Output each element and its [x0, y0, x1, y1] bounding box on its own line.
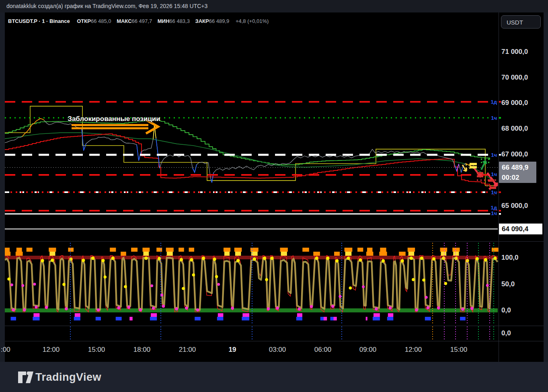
osc-top-dot	[51, 259, 54, 262]
pane-separator[interactable]	[5, 326, 544, 326]
time-tick-label: 03:00	[269, 346, 286, 354]
osc-mid-dot	[33, 283, 36, 285]
strip-block	[242, 313, 249, 317]
ohlc-low: МИН66 483,3	[158, 18, 194, 24]
heatmap-block	[334, 252, 340, 256]
strip-block	[296, 317, 302, 320]
heatmap-block	[235, 252, 241, 256]
heatmap-block	[250, 248, 259, 252]
heatmap-block	[440, 248, 447, 252]
price-tick-label: 67 000,0	[501, 150, 528, 158]
pane-separator	[5, 341, 544, 341]
osc-top-dot	[202, 257, 205, 260]
osc-top-dot	[101, 259, 105, 262]
heatmap-block	[357, 248, 363, 252]
osc-mid-dot	[10, 283, 13, 286]
strip-block	[11, 317, 16, 320]
price-tick-label: 70 000,0	[501, 74, 528, 82]
tradingview-logo-text[interactable]: TradingView	[35, 371, 101, 383]
osc-bottom-dot	[35, 306, 38, 309]
heatmap-block	[166, 248, 174, 252]
strip-block	[374, 313, 380, 317]
heatmap-block	[453, 252, 459, 256]
strip-block	[373, 317, 380, 320]
chart-legend[interactable]: BTCUSDT.P · 1 · Binance ОТКР66 485,0 МАК…	[8, 18, 269, 24]
time-tick-label: 09:00	[359, 346, 377, 354]
osc-top-dot	[111, 257, 115, 260]
osc-bottom-dot	[470, 307, 474, 310]
time-tick-label: 18:00	[133, 346, 151, 354]
osc-top-dot	[466, 259, 469, 262]
time-tick-label: 15:00	[450, 346, 468, 354]
tradingview-logo-icon[interactable]	[18, 371, 34, 384]
osc-bottom-dot	[139, 308, 142, 312]
osc-bottom-dot	[23, 308, 26, 312]
price-change: +4,8 (+0,01%)	[236, 18, 269, 24]
price-tick-label: 68 000,0	[501, 125, 528, 133]
locked-positions-annotation[interactable]: Заблокированные позиции	[67, 115, 161, 123]
heatmap-block	[143, 252, 149, 256]
heatmap-block	[380, 248, 386, 252]
osc-mid-dot	[62, 283, 66, 286]
osc-mid-dot	[362, 285, 365, 288]
osc-top-dot	[335, 259, 339, 262]
osc-top-dot	[420, 257, 423, 260]
osc-bottom-dot	[426, 306, 429, 310]
osc-mid-dot	[339, 295, 341, 298]
heatmap-block	[345, 248, 353, 252]
heatmap-block	[302, 248, 309, 252]
price-tick-label: 71 000,0	[501, 48, 528, 56]
last-price-label: 66 489,9 00:02	[499, 162, 536, 183]
osc-bottom-dot	[310, 305, 313, 308]
last-price-value: 66 489,9	[502, 162, 536, 172]
pane-separator[interactable]	[5, 241, 544, 242]
strip-block	[96, 317, 101, 320]
osc-bottom-dot	[231, 307, 234, 310]
osc-top-dot	[69, 257, 72, 261]
osc-bottom-dot	[331, 305, 335, 308]
period-label: 1ч	[490, 172, 498, 177]
heatmap-block	[408, 248, 415, 252]
osc-top-dot	[382, 259, 385, 263]
strip-block	[388, 313, 393, 317]
osc-mid-dot	[215, 275, 218, 278]
heatmap-block	[452, 248, 460, 252]
heatmap-block	[142, 248, 150, 252]
currency-toggle-button[interactable]: USDT	[501, 15, 541, 29]
price-colored-segment	[193, 165, 197, 172]
heatmap-block	[16, 248, 22, 252]
strip-block	[460, 317, 466, 320]
osc-top-dot	[326, 257, 329, 260]
strip-block	[324, 317, 327, 320]
osc-top-dot	[41, 259, 44, 262]
osc-mid-dot	[182, 287, 185, 290]
strip-block	[218, 313, 224, 317]
chart-canvas[interactable]	[0, 0, 548, 392]
tiny-label-chip	[488, 179, 495, 182]
osc-bottom-dot	[65, 307, 68, 310]
osc-bottom-dot	[415, 308, 418, 312]
period-label: 1ч	[490, 115, 498, 121]
strip-block	[297, 313, 302, 317]
osc-bottom-dot	[267, 307, 270, 310]
indicator-tick-label: 50,0	[501, 280, 515, 288]
osc-mid-dot	[349, 287, 352, 290]
strip-block	[150, 317, 157, 320]
price-tick-label: 69 000,0	[501, 99, 528, 107]
bar-countdown: 00:02	[502, 172, 536, 183]
heatmap-block	[313, 252, 320, 256]
time-tick-label: 19	[229, 346, 236, 354]
period-label: 1ч	[490, 190, 498, 195]
osc-top-dot	[91, 257, 94, 260]
price-colored-segment	[156, 138, 160, 168]
mini-pane-tick-label: 0,0	[501, 329, 511, 337]
time-tick-label: 12:00	[405, 346, 422, 354]
osc-top-dot	[493, 257, 497, 260]
osc-top-dot	[82, 259, 85, 262]
ohlc-close: ЗАКР66 489,9	[195, 18, 234, 24]
symbol-title[interactable]: BTCUSDT.P · 1 · Binance	[8, 18, 70, 24]
heatmap-block	[121, 252, 126, 256]
strip-block	[334, 317, 337, 320]
osc-bottom-dot	[127, 306, 130, 309]
strip-block	[116, 317, 122, 320]
